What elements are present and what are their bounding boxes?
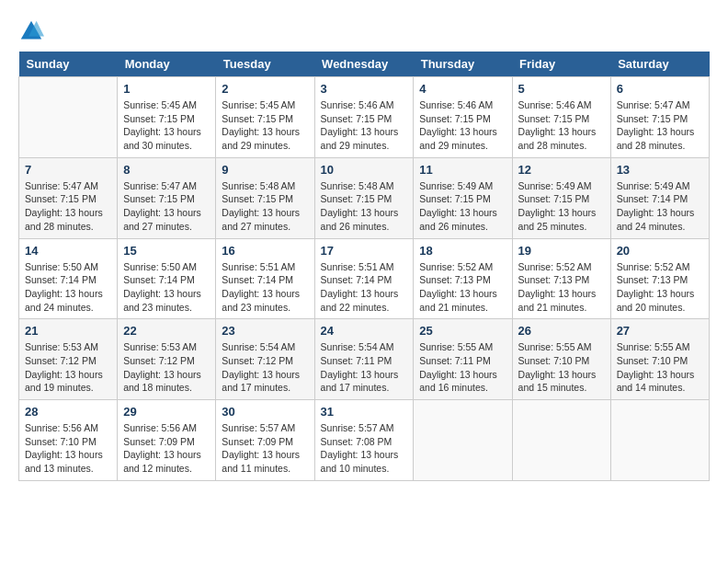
day-number: 25 <box>419 324 506 338</box>
sunrise-text: Sunrise: 5:49 AM <box>419 179 506 193</box>
calendar-cell: 20Sunrise: 5:52 AMSunset: 7:13 PMDayligh… <box>610 238 709 319</box>
sunrise-text: Sunrise: 5:51 AM <box>222 260 308 274</box>
day-number: 6 <box>617 82 703 96</box>
day-info: Sunrise: 5:48 AMSunset: 7:15 PMDaylight:… <box>321 179 408 234</box>
day-number: 1 <box>123 82 210 96</box>
day-info: Sunrise: 5:46 AMSunset: 7:15 PMDaylight:… <box>518 98 605 153</box>
day-info: Sunrise: 5:52 AMSunset: 7:13 PMDaylight:… <box>419 260 506 315</box>
day-number: 16 <box>222 244 308 258</box>
sunset-text: Sunset: 7:10 PM <box>617 354 703 368</box>
logo-icon <box>18 18 44 44</box>
sunrise-text: Sunrise: 5:56 AM <box>25 421 111 435</box>
daylight-text: Daylight: 13 hours and 26 minutes. <box>419 206 506 233</box>
day-info: Sunrise: 5:55 AMSunset: 7:10 PMDaylight:… <box>617 340 703 395</box>
calendar-cell: 17Sunrise: 5:51 AMSunset: 7:14 PMDayligh… <box>314 238 414 319</box>
calendar-cell <box>414 400 512 481</box>
calendar-cell: 12Sunrise: 5:49 AMSunset: 7:15 PMDayligh… <box>512 157 610 238</box>
day-number: 5 <box>518 82 605 96</box>
sunset-text: Sunset: 7:10 PM <box>518 354 605 368</box>
sunset-text: Sunset: 7:12 PM <box>25 354 111 368</box>
sunset-text: Sunset: 7:15 PM <box>518 112 605 126</box>
weekday-header-tuesday: Tuesday <box>216 52 314 77</box>
calendar-cell: 19Sunrise: 5:52 AMSunset: 7:13 PMDayligh… <box>512 238 610 319</box>
sunset-text: Sunset: 7:15 PM <box>123 192 210 206</box>
daylight-text: Daylight: 13 hours and 30 minutes. <box>123 125 210 152</box>
day-number: 12 <box>518 163 605 177</box>
sunrise-text: Sunrise: 5:49 AM <box>518 179 605 193</box>
sunrise-text: Sunrise: 5:47 AM <box>123 179 210 193</box>
day-number: 2 <box>222 82 308 96</box>
daylight-text: Daylight: 13 hours and 15 minutes. <box>518 368 605 395</box>
day-number: 26 <box>518 324 605 338</box>
calendar-cell: 8Sunrise: 5:47 AMSunset: 7:15 PMDaylight… <box>118 157 216 238</box>
day-number: 7 <box>25 163 111 177</box>
sunrise-text: Sunrise: 5:45 AM <box>123 98 210 112</box>
sunrise-text: Sunrise: 5:55 AM <box>518 340 605 354</box>
day-info: Sunrise: 5:55 AMSunset: 7:11 PMDaylight:… <box>419 340 506 395</box>
day-info: Sunrise: 5:47 AMSunset: 7:15 PMDaylight:… <box>123 179 210 234</box>
sunrise-text: Sunrise: 5:49 AM <box>617 179 703 193</box>
daylight-text: Daylight: 13 hours and 28 minutes. <box>25 206 111 233</box>
calendar-table: SundayMondayTuesdayWednesdayThursdayFrid… <box>18 52 710 481</box>
day-number: 14 <box>25 244 111 258</box>
sunset-text: Sunset: 7:13 PM <box>518 273 605 287</box>
daylight-text: Daylight: 13 hours and 29 minutes. <box>321 125 408 152</box>
calendar-cell: 24Sunrise: 5:54 AMSunset: 7:11 PMDayligh… <box>314 319 414 400</box>
sunrise-text: Sunrise: 5:55 AM <box>419 340 506 354</box>
calendar-cell: 22Sunrise: 5:53 AMSunset: 7:12 PMDayligh… <box>118 319 216 400</box>
day-number: 24 <box>321 324 408 338</box>
day-info: Sunrise: 5:47 AMSunset: 7:15 PMDaylight:… <box>25 179 111 234</box>
day-number: 31 <box>321 405 408 419</box>
calendar-cell <box>512 400 610 481</box>
daylight-text: Daylight: 13 hours and 24 minutes. <box>617 206 703 233</box>
daylight-text: Daylight: 13 hours and 13 minutes. <box>25 448 111 475</box>
sunset-text: Sunset: 7:14 PM <box>321 273 408 287</box>
calendar-cell: 30Sunrise: 5:57 AMSunset: 7:09 PMDayligh… <box>216 400 314 481</box>
calendar-cell: 5Sunrise: 5:46 AMSunset: 7:15 PMDaylight… <box>512 77 610 158</box>
day-info: Sunrise: 5:54 AMSunset: 7:12 PMDaylight:… <box>222 340 308 395</box>
day-number: 10 <box>321 163 408 177</box>
sunset-text: Sunset: 7:14 PM <box>617 192 703 206</box>
week-row-3: 14Sunrise: 5:50 AMSunset: 7:14 PMDayligh… <box>19 238 710 319</box>
daylight-text: Daylight: 13 hours and 21 minutes. <box>419 287 506 314</box>
sunset-text: Sunset: 7:15 PM <box>518 192 605 206</box>
daylight-text: Daylight: 13 hours and 26 minutes. <box>321 206 408 233</box>
day-info: Sunrise: 5:48 AMSunset: 7:15 PMDaylight:… <box>222 179 308 234</box>
daylight-text: Daylight: 13 hours and 12 minutes. <box>123 448 210 475</box>
sunrise-text: Sunrise: 5:53 AM <box>25 340 111 354</box>
sunrise-text: Sunrise: 5:45 AM <box>222 98 308 112</box>
daylight-text: Daylight: 13 hours and 17 minutes. <box>222 368 308 395</box>
sunset-text: Sunset: 7:15 PM <box>321 192 408 206</box>
daylight-text: Daylight: 13 hours and 16 minutes. <box>419 368 506 395</box>
calendar-cell: 16Sunrise: 5:51 AMSunset: 7:14 PMDayligh… <box>216 238 314 319</box>
calendar-cell: 15Sunrise: 5:50 AMSunset: 7:14 PMDayligh… <box>118 238 216 319</box>
daylight-text: Daylight: 13 hours and 29 minutes. <box>419 125 506 152</box>
daylight-text: Daylight: 13 hours and 27 minutes. <box>123 206 210 233</box>
day-info: Sunrise: 5:57 AMSunset: 7:09 PMDaylight:… <box>222 421 308 476</box>
sunrise-text: Sunrise: 5:52 AM <box>617 260 703 274</box>
sunrise-text: Sunrise: 5:53 AM <box>123 340 210 354</box>
day-info: Sunrise: 5:53 AMSunset: 7:12 PMDaylight:… <box>25 340 111 395</box>
sunset-text: Sunset: 7:14 PM <box>222 273 308 287</box>
sunset-text: Sunset: 7:14 PM <box>25 273 111 287</box>
sunset-text: Sunset: 7:12 PM <box>123 354 210 368</box>
sunset-text: Sunset: 7:13 PM <box>419 273 506 287</box>
daylight-text: Daylight: 13 hours and 23 minutes. <box>222 287 308 314</box>
day-info: Sunrise: 5:49 AMSunset: 7:14 PMDaylight:… <box>617 179 703 234</box>
day-info: Sunrise: 5:45 AMSunset: 7:15 PMDaylight:… <box>222 98 308 153</box>
calendar-cell: 21Sunrise: 5:53 AMSunset: 7:12 PMDayligh… <box>19 319 118 400</box>
weekday-header-friday: Friday <box>512 52 610 77</box>
sunset-text: Sunset: 7:11 PM <box>419 354 506 368</box>
day-number: 11 <box>419 163 506 177</box>
calendar-cell: 6Sunrise: 5:47 AMSunset: 7:15 PMDaylight… <box>610 77 709 158</box>
day-info: Sunrise: 5:50 AMSunset: 7:14 PMDaylight:… <box>123 260 210 315</box>
day-number: 22 <box>123 324 210 338</box>
sunrise-text: Sunrise: 5:56 AM <box>123 421 210 435</box>
sunset-text: Sunset: 7:11 PM <box>321 354 408 368</box>
calendar-cell: 11Sunrise: 5:49 AMSunset: 7:15 PMDayligh… <box>414 157 512 238</box>
sunset-text: Sunset: 7:15 PM <box>25 192 111 206</box>
day-number: 18 <box>419 244 506 258</box>
weekday-header-wednesday: Wednesday <box>314 52 414 77</box>
calendar-cell: 26Sunrise: 5:55 AMSunset: 7:10 PMDayligh… <box>512 319 610 400</box>
day-number: 9 <box>222 163 308 177</box>
